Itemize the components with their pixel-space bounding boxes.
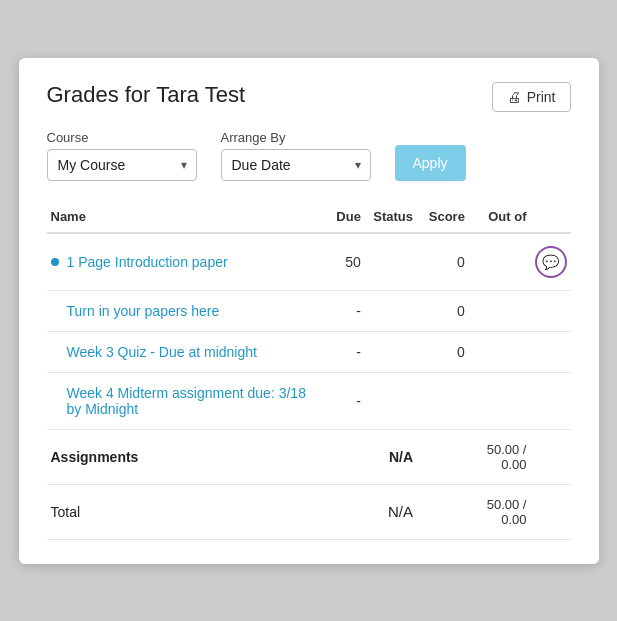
col-header-due: Due [324,203,365,233]
status-cell [365,372,417,429]
course-control: Course My Course ▾ [47,130,197,181]
arrange-select-wrapper: Due DateNameStatus ▾ [221,149,371,181]
printer-icon: 🖨 [507,89,521,105]
table-row: Turn in your papers here - 0 [47,290,571,331]
table-row: Week 3 Quiz - Due at midnight - 0 [47,331,571,372]
action-cell [530,372,570,429]
status-cell [365,290,417,331]
summary-status: N/A [365,429,417,484]
outof-cell [469,372,531,429]
assignment-link[interactable]: Week 4 Midterm assignment due: 3/18 by M… [67,385,306,417]
no-dot [51,397,59,405]
due-cell: 50 [324,233,365,291]
col-header-name: Name [47,203,324,233]
print-button[interactable]: 🖨 Print [492,82,571,112]
col-header-outof: Out of [469,203,531,233]
action-cell [530,290,570,331]
grades-table: Name Due Status Score Out of 1 Page Intr… [47,203,571,540]
arrange-select[interactable]: Due DateNameStatus [221,149,371,181]
summary-row: Assignments N/A 50.00 / 0.00 [47,429,571,484]
table-header-row: Name Due Status Score Out of [47,203,571,233]
status-cell [365,331,417,372]
course-select-wrapper: My Course ▾ [47,149,197,181]
total-label: Total [47,484,324,539]
outof-cell [469,233,531,291]
action-cell: 💬 [530,233,570,291]
score-cell: 0 [417,331,469,372]
comment-button[interactable]: 💬 [535,246,567,278]
col-header-action [530,203,570,233]
arrange-label: Arrange By [221,130,371,145]
score-cell: 0 [417,290,469,331]
assignment-name-cell: Week 4 Midterm assignment due: 3/18 by M… [47,372,324,429]
print-label: Print [527,89,556,105]
col-header-status: Status [365,203,417,233]
apply-button[interactable]: Apply [395,145,466,181]
status-cell [365,233,417,291]
summary-outof: 50.00 / 0.00 [469,429,531,484]
col-header-score: Score [417,203,469,233]
total-outof: 50.00 / 0.00 [469,484,531,539]
assignment-name-cell: Week 3 Quiz - Due at midnight [47,331,324,372]
arrange-control: Arrange By Due DateNameStatus ▾ [221,130,371,181]
table-row: 1 Page Introduction paper 50 0 💬 [47,233,571,291]
course-select[interactable]: My Course [47,149,197,181]
summary-due [324,429,365,484]
total-score-cell [417,484,469,539]
page-title: Grades for Tara Test [47,82,246,108]
status-dot [51,258,59,266]
total-status: N/A [365,484,417,539]
summary-score-cell [417,429,469,484]
assignment-name-cell: Turn in your papers here [47,290,324,331]
score-cell [417,372,469,429]
assignment-name-cell: 1 Page Introduction paper [47,233,324,291]
no-dot [51,348,59,356]
card-header: Grades for Tara Test 🖨 Print [47,82,571,112]
outof-cell [469,290,531,331]
comment-icon: 💬 [542,254,559,270]
total-due [324,484,365,539]
no-dot [51,307,59,315]
score-cell: 0 [417,233,469,291]
table-row: Week 4 Midterm assignment due: 3/18 by M… [47,372,571,429]
total-row: Total N/A 50.00 / 0.00 [47,484,571,539]
course-label: Course [47,130,197,145]
due-cell: - [324,290,365,331]
summary-label: Assignments [47,429,324,484]
due-cell: - [324,372,365,429]
outof-cell [469,331,531,372]
assignment-link[interactable]: Turn in your papers here [67,303,220,319]
assignment-link[interactable]: Week 3 Quiz - Due at midnight [67,344,257,360]
grades-card: Grades for Tara Test 🖨 Print Course My C… [19,58,599,564]
due-cell: - [324,331,365,372]
action-cell [530,331,570,372]
controls-row: Course My Course ▾ Arrange By Due DateNa… [47,130,571,181]
assignment-link[interactable]: 1 Page Introduction paper [67,254,228,270]
